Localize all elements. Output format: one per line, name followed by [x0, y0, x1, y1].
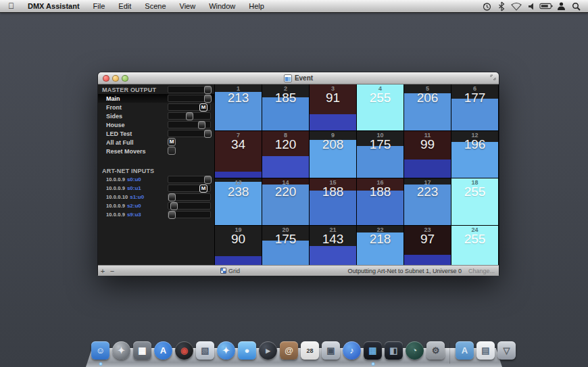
artnet-row-10-0-0-9-s0-u1[interactable]: 10.0.0.9s0:u1M	[98, 184, 214, 193]
dock-icon-messages[interactable]: ●	[238, 341, 256, 360]
slider-knob[interactable]	[204, 95, 212, 103]
dock-icon-dmx-document[interactable]: ▤	[476, 341, 495, 360]
menu-help[interactable]: Help	[242, 2, 271, 10]
bluetooth-icon[interactable]	[495, 0, 508, 12]
slider-track[interactable]	[168, 202, 211, 210]
resize-grip-icon[interactable]	[490, 74, 496, 82]
artnet-row-10-0-0-9-s2-u0[interactable]: 10.0.0.9s2:u0	[98, 201, 214, 210]
close-button[interactable]	[103, 75, 109, 82]
apple-menu-icon[interactable]: 	[0, 0, 21, 12]
channel-cell-16[interactable]: 16188	[357, 178, 403, 225]
window-titlebar[interactable]: Event	[98, 72, 499, 84]
channel-cell-2[interactable]: 2185	[262, 84, 309, 130]
channel-cell-14[interactable]: 14220	[262, 178, 309, 225]
dock-icon-system-preferences[interactable]: ⚙	[426, 341, 445, 360]
spotlight-icon[interactable]	[569, 0, 583, 12]
menu-scene[interactable]: Scene	[138, 2, 172, 10]
midi-badge[interactable]: M	[168, 138, 176, 146]
menu-view[interactable]: View	[173, 2, 203, 10]
dock-icon-app-store[interactable]: A	[154, 341, 172, 360]
menu-file[interactable]: File	[87, 2, 112, 10]
dock-icon-trash[interactable]: ▽	[497, 341, 516, 360]
artnet-row-10-0-0-10-s1-u0[interactable]: 10.0.0.10s1:u0	[98, 193, 214, 201]
menu-edit[interactable]: Edit	[112, 2, 138, 10]
dock-icon-mission-control[interactable]: ▦	[133, 341, 151, 360]
channel-cell-8[interactable]: 8120	[262, 131, 309, 178]
channel-cell-12[interactable]: 12196	[451, 131, 498, 178]
channel-cell-24[interactable]: 24255	[451, 226, 498, 265]
channel-cell-3[interactable]: 391	[310, 84, 356, 130]
channel-cell-15[interactable]: 15188	[310, 178, 356, 225]
channel-cell-18[interactable]: 18255	[451, 178, 498, 225]
menu-dmx-assistant[interactable]: DMX Assistant	[21, 2, 87, 10]
artnet-row-10-0-0-9-s9-u3[interactable]: 10.0.0.9s9:u3	[98, 210, 214, 219]
channel-cell-13[interactable]: 13238	[215, 178, 262, 225]
slider-knob[interactable]	[198, 121, 205, 129]
channel-cell-11[interactable]: 1199	[404, 131, 451, 178]
dock-icon-dmx-go[interactable]: ◧	[385, 341, 403, 360]
channel-cell-1[interactable]: 1213	[215, 84, 262, 130]
slider-knob[interactable]	[170, 202, 178, 210]
dock-icon-address-book[interactable]: @	[280, 341, 298, 360]
dock-icon-dashboard[interactable]: ◉	[175, 341, 193, 360]
channel-cell-10[interactable]: 10175	[357, 131, 403, 178]
slider-track[interactable]: M	[168, 185, 211, 192]
change-output-link[interactable]: Change...	[468, 268, 495, 274]
dock-icon-launchpad[interactable]: ✦	[112, 341, 130, 360]
dock-icon-dmx-assistant[interactable]: ▦	[364, 341, 382, 360]
dock-icon-photo-booth[interactable]: ▣	[322, 341, 340, 360]
master-row-sides[interactable]: Sides	[98, 112, 214, 120]
channel-cell-20[interactable]: 20175	[262, 226, 309, 265]
channel-cell-19[interactable]: 1990	[215, 226, 262, 265]
dock-icon-itunes[interactable]: ♪	[343, 341, 361, 360]
dock-icon-time-machine[interactable]: ◔	[406, 341, 424, 360]
channel-cell-7[interactable]: 734	[215, 131, 262, 178]
master-row-reset-movers[interactable]: Reset Movers	[98, 147, 214, 155]
master-row-main[interactable]: Main	[98, 94, 214, 103]
remove-button[interactable]: −	[107, 266, 117, 276]
midi-badge[interactable]: M	[199, 185, 207, 193]
dock-icon-facetime[interactable]: ▸	[259, 341, 277, 360]
add-button[interactable]: +	[98, 266, 107, 276]
volume-icon[interactable]	[524, 0, 538, 12]
channel-cell-22[interactable]: 22218	[357, 226, 403, 265]
slider-track[interactable]	[168, 176, 211, 183]
checkbox[interactable]	[168, 147, 176, 155]
slider-knob[interactable]	[204, 130, 212, 138]
channel-cell-4[interactable]: 4255	[357, 84, 403, 130]
slider-track[interactable]	[168, 95, 211, 102]
slider-track[interactable]	[168, 130, 211, 137]
channel-cell-21[interactable]: 21143	[310, 226, 356, 265]
user-icon[interactable]	[554, 0, 568, 12]
channel-cell-5[interactable]: 5206	[404, 84, 451, 130]
artnet-row-10-0-0-9-s0-u0[interactable]: 10.0.0.9s0:u0	[98, 175, 214, 184]
slider-track[interactable]	[168, 86, 211, 93]
slider-track[interactable]	[168, 121, 211, 128]
slider-knob[interactable]	[168, 211, 176, 219]
zoom-button[interactable]	[122, 75, 128, 82]
channel-cell-9[interactable]: 9208	[310, 131, 356, 178]
slider-knob[interactable]	[186, 112, 193, 120]
menu-window[interactable]: Window	[202, 2, 242, 10]
slider-track[interactable]	[168, 211, 211, 218]
dock-icon-ical[interactable]: 28	[301, 341, 319, 360]
view-mode[interactable]: Grid	[220, 268, 240, 274]
slider-knob[interactable]	[168, 193, 176, 201]
dock-icon-applications-folder[interactable]: A	[456, 341, 474, 360]
dock-icon-safari[interactable]: ✦	[217, 341, 235, 360]
battery-icon[interactable]	[539, 0, 553, 12]
slider-track[interactable]	[168, 193, 211, 201]
slider-knob[interactable]	[204, 176, 212, 184]
master-row-front[interactable]: FrontM	[98, 103, 214, 112]
wifi-icon[interactable]	[510, 0, 523, 12]
dock-icon-preview[interactable]: ▧	[196, 341, 214, 360]
slider-track[interactable]: M	[168, 103, 211, 111]
midi-badge[interactable]: M	[199, 103, 207, 112]
minimize-button[interactable]	[112, 75, 119, 82]
channel-cell-17[interactable]: 17223	[404, 178, 451, 225]
master-row-all-at-full[interactable]: All at FullM	[98, 138, 214, 147]
master-row-led-test[interactable]: LED Test	[98, 129, 214, 138]
channel-cell-23[interactable]: 2397	[404, 226, 451, 265]
channel-cell-6[interactable]: 6177	[451, 84, 498, 130]
master-row-house[interactable]: House	[98, 120, 214, 129]
